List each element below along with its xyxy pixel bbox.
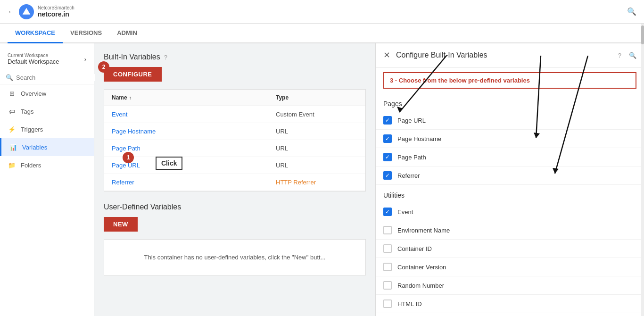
label-page-hostname: Page Hostname (397, 135, 441, 142)
checkbox-page-hostname[interactable] (383, 134, 392, 143)
variables-icon: 📊 (9, 143, 17, 151)
panel-item-env-name[interactable]: Environment Name (376, 221, 644, 240)
table-row[interactable]: Page Hostname URL (104, 123, 365, 140)
sidebar: Current Workspace Default Workspace › 🔍 … (0, 43, 94, 316)
panel-item-container-id[interactable]: Container ID (376, 240, 644, 258)
sidebar-item-variables[interactable]: 📊 Variables (0, 138, 94, 156)
row-url-name[interactable]: Page URL (112, 162, 276, 169)
back-button[interactable]: ← (8, 8, 15, 16)
label-random-number: Random Number (397, 282, 444, 289)
checkbox-env-name[interactable] (383, 226, 392, 234)
row-referrer-type: HTTP Referrer (276, 179, 358, 186)
checkbox-container-id[interactable] (383, 244, 392, 253)
builtin-help-icon[interactable]: ? (164, 54, 167, 61)
col-type-header: Type (276, 94, 358, 101)
panel-item-referrer[interactable]: Referrer (376, 166, 644, 185)
row-url-type: URL (276, 162, 358, 169)
panel-search-icon[interactable]: 🔍 (629, 52, 636, 59)
table-row[interactable]: Referrer HTTP Referrer (104, 174, 365, 191)
checkbox-html-id[interactable] (383, 299, 392, 308)
table-row[interactable]: Page URL URL (104, 157, 365, 174)
table-header: Name ↑ Type (104, 90, 365, 106)
sidebar-label-overview: Overview (21, 90, 46, 97)
sidebar-label-triggers: Triggers (21, 126, 43, 133)
panel-item-html-id[interactable]: HTML ID (376, 295, 644, 313)
sidebar-item-overview[interactable]: ⊞ Overview (0, 84, 94, 102)
search-input[interactable] (16, 74, 95, 81)
panel-item-event[interactable]: Event (376, 203, 644, 221)
tab-admin[interactable]: ADMIN (109, 24, 145, 43)
panel-help-icon[interactable]: ? (618, 52, 621, 59)
scrollbar-thumb[interactable] (641, 43, 644, 44)
panel-item-page-url[interactable]: Page URL (376, 111, 644, 130)
sidebar-nav: ⊞ Overview 🏷 Tags ⚡ Triggers 📊 Variables… (0, 84, 94, 312)
company-name: NetcoreSmartech (38, 5, 74, 10)
checkbox-page-path[interactable] (383, 153, 392, 161)
label-html-id: HTML ID (397, 300, 422, 308)
user-section-title: User-Defined Variables (104, 203, 366, 211)
table-row[interactable]: Event Custom Event (104, 106, 365, 123)
search-icon: 🔍 (6, 74, 13, 81)
checkbox-random-number[interactable] (383, 281, 392, 290)
top-bar: ← NetcoreSmartech netcore.in 🔍 (0, 0, 644, 24)
step2-badge: 2 (98, 61, 109, 73)
new-button[interactable]: NEW (104, 217, 138, 232)
sidebar-label-tags: Tags (21, 108, 33, 115)
table-row[interactable]: Page Path URL (104, 140, 365, 157)
search-box[interactable]: 🔍 (0, 71, 94, 84)
svg-marker-0 (23, 8, 31, 14)
logo-area: NetcoreSmartech netcore.in (19, 4, 74, 19)
section-title: Built-In Variables (104, 53, 160, 61)
panel-close-button[interactable]: ✕ (383, 50, 390, 60)
workspace-selector[interactable]: Current Workspace Default Workspace › (0, 47, 94, 71)
panel-item-container-version[interactable]: Container Version (376, 258, 644, 276)
configure-button[interactable]: CONFIGURE (104, 67, 162, 82)
callout-box: 3 - Choose from the below pre-defined va… (383, 72, 636, 89)
sidebar-item-folders[interactable]: 📁 Folders (0, 156, 94, 174)
utilities-section-label: Utilities (376, 185, 644, 203)
panel-item-page-path[interactable]: Page Path (376, 148, 644, 166)
folders-icon: 📁 (8, 161, 16, 169)
brand-info: NetcoreSmartech netcore.in (38, 5, 74, 18)
tab-versions[interactable]: VERSIONS (63, 24, 109, 43)
row-referrer-name[interactable]: Referrer (112, 179, 276, 186)
panel-body: Pages Page URL Page Hostname Page Path R… (376, 93, 644, 316)
pages-section-label: Pages (376, 93, 644, 111)
sidebar-label-folders: Folders (21, 162, 41, 169)
label-referrer: Referrer (397, 172, 420, 179)
user-defined-section: User-Defined Variables NEW This containe… (104, 203, 366, 275)
top-search-icon[interactable]: 🔍 (627, 7, 636, 16)
right-panel: ✕ Configure Built-In Variables ? 🔍 3 - C… (375, 43, 644, 316)
checkbox-referrer[interactable] (383, 171, 392, 180)
builtin-section: Built-In Variables ? 2 CONFIGURE Name ↑ … (104, 53, 366, 191)
label-page-path: Page Path (397, 154, 426, 161)
row-path-name[interactable]: Page Path (112, 145, 276, 152)
panel-title: Configure Built-In Variables (396, 51, 614, 59)
label-page-url: Page URL (397, 117, 426, 124)
configure-wrapper: 2 CONFIGURE (104, 67, 162, 89)
main-layout: Current Workspace Default Workspace › 🔍 … (0, 43, 644, 316)
row-event-name[interactable]: Event (112, 111, 276, 118)
panel-header: ✕ Configure Built-In Variables ? 🔍 (376, 43, 644, 67)
sidebar-item-tags[interactable]: 🏷 Tags (0, 102, 94, 120)
tab-workspace[interactable]: WORKSPACE (8, 24, 63, 43)
section-header: Built-In Variables ? (104, 53, 366, 61)
checkbox-event[interactable] (383, 208, 392, 216)
logo-icon (19, 4, 34, 19)
tags-icon: 🏷 (8, 107, 16, 116)
overview-icon: ⊞ (8, 89, 16, 98)
row-hostname-name[interactable]: Page Hostname (112, 128, 276, 135)
triggers-icon: ⚡ (8, 125, 16, 133)
panel-item-page-hostname[interactable]: Page Hostname (376, 130, 644, 148)
sidebar-item-triggers[interactable]: ⚡ Triggers (0, 120, 94, 138)
row-event-type: Custom Event (276, 111, 358, 118)
checkbox-container-version[interactable] (383, 263, 392, 271)
errors-section-label: Errors (376, 313, 644, 316)
brand-name[interactable]: netcore.in (38, 10, 74, 18)
label-event: Event (397, 208, 413, 216)
panel-item-random-number[interactable]: Random Number (376, 276, 644, 295)
scrollbar-track[interactable] (641, 43, 644, 316)
checkbox-page-url[interactable] (383, 116, 392, 125)
workspace-chevron: › (84, 56, 86, 63)
label-container-version: Container Version (397, 264, 446, 271)
